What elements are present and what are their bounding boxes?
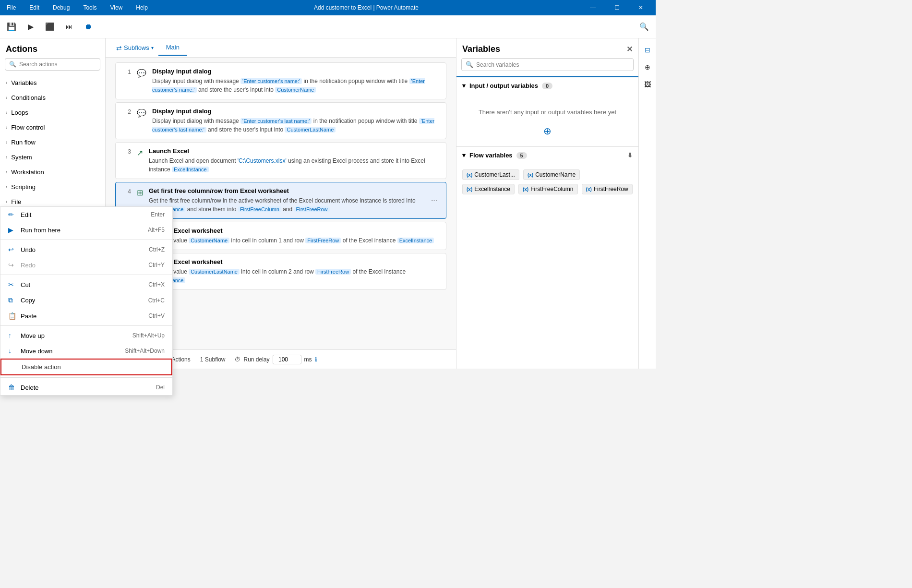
- variables-close-button[interactable]: ✕: [626, 45, 633, 54]
- category-system[interactable]: › System: [0, 150, 105, 165]
- menu-debug[interactable]: Debug: [50, 2, 72, 13]
- variables-toggle-button[interactable]: ⊟: [640, 42, 655, 58]
- chevron-right-icon: ›: [6, 199, 7, 204]
- image-icon-button[interactable]: 🖼: [640, 77, 655, 92]
- var-badge: FirstFreeRow: [305, 238, 341, 243]
- minimize-button[interactable]: —: [582, 0, 604, 15]
- variables-search-box[interactable]: 🔍: [461, 58, 634, 71]
- actions-panel: Actions 🔍 › Variables › Conditionals › L…: [0, 38, 106, 369]
- layers-icon-button[interactable]: ⊕: [640, 60, 655, 75]
- tab-main[interactable]: Main: [158, 40, 187, 56]
- category-label: Loops: [11, 109, 28, 116]
- menu-edit[interactable]: Edit: [26, 2, 42, 13]
- context-menu: ✏ Edit Enter ▶ Run from here Alt+F5 ↩ Un…: [0, 206, 106, 369]
- maximize-button[interactable]: ☐: [606, 0, 628, 15]
- ctx-move-up[interactable]: ↑ Move up Shift+Alt+Up: [0, 328, 106, 343]
- run-icon: ▶: [8, 226, 16, 234]
- ctx-undo[interactable]: ↩ Undo Ctrl+Z: [0, 242, 106, 257]
- add-variable-button[interactable]: ⊕: [464, 120, 631, 142]
- flow-var-item[interactable]: (x) ExcelInstance: [462, 184, 515, 194]
- ctx-edit[interactable]: ✏ Edit Enter: [0, 207, 106, 222]
- category-loops[interactable]: › Loops: [0, 105, 105, 120]
- flow-desc: Write the value CustomerLastName into ce…: [149, 267, 440, 285]
- subflows-chevron-icon: ▾: [151, 45, 154, 50]
- close-button[interactable]: ✕: [630, 0, 652, 15]
- ctx-paste-label: Paste: [21, 312, 36, 320]
- var-badge: 'Enter customer's name:': [240, 78, 302, 84]
- var-badge: ExcelInstance: [397, 238, 434, 243]
- copy-icon: ⧉: [8, 296, 16, 304]
- flow-number: 4: [121, 187, 131, 195]
- flow-desc: Launch Excel and open document 'C:\Custo…: [149, 156, 440, 174]
- path-text: 'C:\Customers.xlsx': [238, 157, 287, 164]
- clock-icon: ⏱: [235, 356, 240, 363]
- subflows-icon: ⇄: [116, 44, 122, 52]
- stop-button[interactable]: ⬛: [42, 19, 58, 35]
- var-badge: CustomerLastName: [285, 127, 336, 132]
- menu-tools[interactable]: Tools: [80, 2, 99, 13]
- run-delay-group: ⏱ Run delay ms ℹ: [235, 355, 317, 364]
- main-content: Actions 🔍 › Variables › Conditionals › L…: [0, 38, 656, 369]
- collapse-icon: ▾: [462, 152, 466, 159]
- more-options-button[interactable]: ⋯: [428, 196, 440, 205]
- filter-icon[interactable]: ⬇: [627, 152, 633, 159]
- category-scripting[interactable]: › Scripting: [0, 180, 105, 194]
- flow-item[interactable]: 3 ↗ Launch Excel Launch Excel and open d…: [115, 142, 446, 179]
- actions-search-input[interactable]: [19, 61, 96, 68]
- category-variables[interactable]: › Variables: [0, 75, 105, 90]
- ctx-move-up-label: Move up: [21, 332, 45, 339]
- ctx-redo[interactable]: ↪ Redo Ctrl+Y: [0, 257, 106, 273]
- chevron-right-icon: ›: [6, 169, 7, 175]
- flow-number: 1: [121, 68, 131, 75]
- flow-var-item[interactable]: (x) CustomerName: [523, 169, 580, 180]
- flow-var-item[interactable]: (x) CustomerLast...: [462, 169, 519, 180]
- menu-view[interactable]: View: [107, 2, 125, 13]
- flow-var-item[interactable]: (x) FirstFreeRow: [582, 184, 633, 194]
- input-output-content: There aren't any input or output variabl…: [456, 94, 638, 146]
- flow-vars-header[interactable]: ▾ Flow variables 5 ⬇: [456, 147, 638, 164]
- flow-body: Display input dialog Display input dialo…: [152, 68, 440, 94]
- run-delay-input[interactable]: [273, 355, 301, 364]
- category-label: Run flow: [11, 139, 36, 146]
- collapse-icon: ▾: [462, 82, 466, 89]
- actions-search-box[interactable]: 🔍: [5, 58, 100, 71]
- ctx-move-down[interactable]: ↓ Move down Shift+Alt+Down: [0, 343, 106, 359]
- flow-item[interactable]: 1 💬 Display input dialog Display input d…: [115, 62, 446, 99]
- menu-help[interactable]: Help: [133, 2, 151, 13]
- ctx-disable-action[interactable]: Disable action: [0, 359, 106, 369]
- menu-file[interactable]: File: [4, 2, 19, 13]
- flow-title: Write to Excel worksheet: [149, 258, 440, 265]
- info-icon: ℹ: [315, 356, 317, 363]
- save-button[interactable]: 💾: [4, 19, 19, 35]
- category-run-flow[interactable]: › Run flow: [0, 135, 105, 150]
- window-title: Add customer to Excel | Power Automate: [151, 4, 582, 11]
- subflows-button[interactable]: ⇄ Subflows ▾: [111, 41, 158, 55]
- category-workstation[interactable]: › Workstation: [0, 165, 105, 180]
- var-badge: FirstFreeColumn: [238, 206, 281, 212]
- var-icon: (x): [467, 187, 472, 192]
- ctx-run-from-here[interactable]: ▶ Run from here Alt+F5: [0, 222, 106, 238]
- ctx-paste[interactable]: 📋 Paste Ctrl+V: [0, 308, 106, 324]
- variables-panel: Variables ✕ 🔍 ▾ Input / output variables…: [456, 38, 638, 369]
- toolbar: 💾 ▶ ⬛ ⏭ ⏺ 🔍: [0, 15, 656, 38]
- input-output-header[interactable]: ▾ Input / output variables 0: [456, 77, 638, 94]
- ctx-cut[interactable]: ✂ Cut Ctrl+X: [0, 277, 106, 292]
- var-badge: CustomerName: [189, 238, 229, 243]
- run-button[interactable]: ▶: [23, 19, 38, 35]
- run-next-button[interactable]: ⏭: [61, 19, 77, 35]
- record-button[interactable]: ⏺: [81, 19, 96, 35]
- right-panel-icons: ⊟ ⊕ 🖼: [638, 38, 656, 369]
- flow-vars-section: ▾ Flow variables 5 ⬇ (x) CustomerLast...…: [456, 146, 638, 200]
- ctx-run-label: Run from here: [21, 227, 60, 234]
- ctx-redo-label: Redo: [21, 262, 36, 269]
- flow-item[interactable]: 2 💬 Display input dialog Display input d…: [115, 102, 446, 139]
- ctx-copy[interactable]: ⧉ Copy Ctrl+C: [0, 292, 106, 308]
- category-conditionals[interactable]: › Conditionals: [0, 90, 105, 105]
- category-flow-control[interactable]: › Flow control: [0, 120, 105, 135]
- flow-title: Display input dialog: [152, 108, 440, 115]
- variables-search-input[interactable]: [476, 61, 629, 68]
- toolbar-search-button[interactable]: 🔍: [636, 19, 652, 35]
- app-container: 💾 ▶ ⬛ ⏭ ⏺ 🔍 Actions 🔍 › Variables › Cond…: [0, 15, 656, 369]
- flow-body: Write to Excel worksheet Write the value…: [149, 258, 440, 285]
- flow-var-item[interactable]: (x) FirstFreeColumn: [518, 184, 578, 194]
